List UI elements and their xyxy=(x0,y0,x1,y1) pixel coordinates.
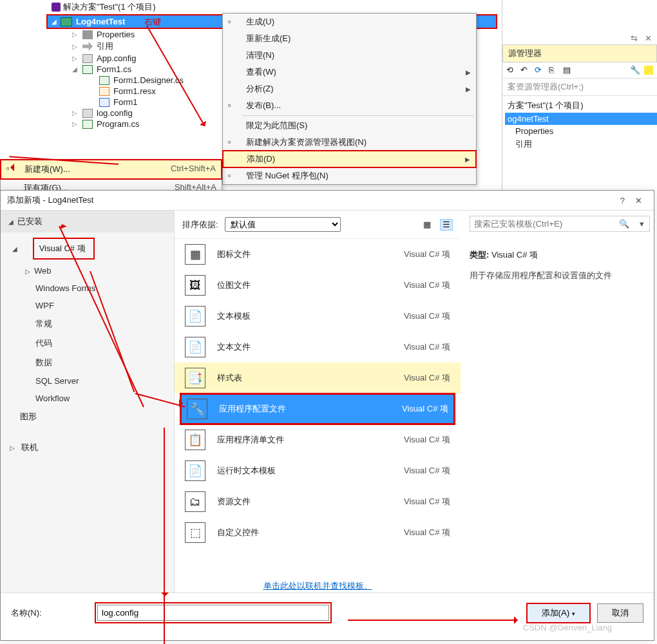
file-icon xyxy=(99,98,110,107)
category-item[interactable]: 常规 xyxy=(1,314,174,334)
category-item[interactable]: 数据 xyxy=(1,353,174,372)
search-templates[interactable]: 🔍 ▾ xyxy=(470,216,650,232)
category-panel: ◢ 已安装 ◢ Visual C# 项 ▷WebWindows FormsWPF… xyxy=(1,211,175,592)
file-icon xyxy=(82,30,93,39)
properties-icon[interactable]: ▤ xyxy=(563,65,573,75)
menu-item[interactable]: ▫新建解决方案资源管理器视图(N) xyxy=(223,134,476,151)
nuget-icon: ▫ xyxy=(228,171,238,181)
app-config-icon: 🔧 xyxy=(187,399,207,419)
solution-header: 解决方案"Test"(1 个项目) xyxy=(0,0,502,14)
dropdown-icon[interactable]: ▾ xyxy=(634,216,649,231)
dialog-footer: 名称(N): 添加(A) ▾ 取消 xyxy=(1,593,654,632)
menu-item[interactable]: ▫管理 NuGet 程序包(N) xyxy=(223,167,476,184)
help-icon[interactable]: ? xyxy=(615,196,630,205)
tree-project-selected[interactable]: og4netTest xyxy=(505,113,657,125)
file-icon xyxy=(82,109,93,118)
explorer-tree: 方案"Test"(1 个项目) og4netTest Properties 引用 xyxy=(502,96,657,151)
custom-ctrl-icon: ⬚ xyxy=(185,522,205,543)
menu-item[interactable]: 查看(W)▶ xyxy=(223,64,476,80)
chevron-right-icon: ▶ xyxy=(465,156,470,163)
explorer-toolbar: ⟲ ↶ ⟳ ⎘ ▤ 🔧 xyxy=(502,62,657,79)
online-header[interactable]: ▷ 联机 xyxy=(1,438,174,457)
chevron-down-icon: ◢ xyxy=(8,218,14,225)
category-item[interactable]: Workflow xyxy=(1,390,174,407)
sort-dropdown[interactable]: 默认值 xyxy=(225,217,341,232)
cancel-button[interactable]: 取消 xyxy=(597,603,643,623)
category-item[interactable]: WPF xyxy=(1,297,174,314)
context-menu: ▫生成(U)重新生成(E)清理(N)查看(W)▶分析(Z)▶▫发布(B)...限… xyxy=(222,13,477,185)
template-item[interactable]: 🗂资源文件Visual C# 项 xyxy=(175,486,461,517)
file-icon xyxy=(82,65,93,74)
category-visual-csharp[interactable]: Visual C# 项 xyxy=(33,238,95,260)
text-file-icon: 📄 xyxy=(185,337,205,357)
template-item[interactable]: 📑样式表Visual C# 项 xyxy=(175,363,461,393)
bitmap-icon: 🖼 xyxy=(185,275,205,296)
tree-references[interactable]: 引用 xyxy=(505,137,657,151)
category-graphics[interactable]: 图形 xyxy=(1,407,174,426)
category-item[interactable]: ▷Web xyxy=(1,262,174,279)
file-icon xyxy=(82,120,93,129)
stylesheet-icon: 📑 xyxy=(185,368,205,388)
tree-solution[interactable]: 方案"Test"(1 个项目) xyxy=(505,99,657,113)
file-icon xyxy=(82,54,93,63)
type-description: 用于存储应用程序配置和设置值的文件 xyxy=(470,270,645,281)
secondary-explorer: ⇆ ✕ 源管理器 ⟲ ↶ ⟳ ⎘ ▤ 🔧 案资源管理器(Ctrl+;) 方案"T… xyxy=(502,32,657,187)
tree-properties[interactable]: Properties xyxy=(505,125,657,137)
template-item[interactable]: ▦图标文件Visual C# 项 xyxy=(175,239,461,270)
menu-item[interactable]: 添加(D)▶ xyxy=(222,150,477,168)
sort-label: 排序依据: xyxy=(182,219,218,231)
explorer-tab[interactable]: 源管理器 xyxy=(502,44,657,62)
window-buttons[interactable]: ⇆ ✕ xyxy=(502,32,657,44)
chevron-down-icon: ◢ xyxy=(12,245,17,252)
refresh-icon[interactable]: ⟳ xyxy=(535,65,545,75)
file-icon xyxy=(99,87,110,96)
close-icon[interactable]: ✕ xyxy=(630,196,647,205)
dialog-titlebar: 添加新项 - Log4netTest ? ✕ xyxy=(1,191,654,210)
chevron-right-icon: ▷ xyxy=(10,444,15,451)
menu-item[interactable]: 重新生成(E) xyxy=(223,30,476,47)
category-item[interactable]: SQL Server xyxy=(1,372,174,390)
highlight-icon[interactable] xyxy=(644,66,653,75)
dialog-title: 添加新项 - Log4netTest xyxy=(7,194,93,206)
runtime-tmpl-icon: 📄 xyxy=(185,460,205,481)
chevron-right-icon: ▶ xyxy=(466,86,471,93)
view-icons-button[interactable]: ▦ xyxy=(421,219,433,231)
name-input[interactable] xyxy=(97,605,329,621)
icon-file-icon: ▦ xyxy=(185,244,205,265)
search-input[interactable] xyxy=(470,216,614,231)
explorer-search[interactable]: 案资源管理器(Ctrl+;) xyxy=(502,79,657,96)
solution-title: 解决方案"Test"(1 个项目) xyxy=(63,1,156,13)
description-panel: 🔍 ▾ 类型: Visual C# 项 用于存储应用程序配置和设置值的文件 xyxy=(461,211,654,592)
menu-item[interactable]: 清理(N) xyxy=(223,47,476,64)
menu-item[interactable]: ▫生成(U) xyxy=(223,14,476,30)
wrench-icon[interactable]: 🔧 xyxy=(630,65,640,75)
copy-icon[interactable]: ⎘ xyxy=(549,65,559,75)
menu-item[interactable]: ▫发布(B)... xyxy=(223,97,476,114)
search-icon[interactable]: 🔍 xyxy=(614,216,634,231)
template-item[interactable]: 📄运行时文本模板Visual C# 项 xyxy=(175,455,461,486)
csharp-project-icon xyxy=(61,17,72,26)
template-panel: 排序依据: 默认值 ▦ ☰ ▦图标文件Visual C# 项🖼位图文件Visua… xyxy=(175,211,461,592)
home-icon[interactable]: ⟲ xyxy=(506,65,517,75)
back-icon[interactable]: ↶ xyxy=(520,65,531,75)
template-item[interactable]: 🔧应用程序配置文件Visual C# 项 xyxy=(180,393,455,425)
installed-header[interactable]: ◢ 已安装 xyxy=(1,211,174,232)
file-icon xyxy=(99,76,110,85)
template-item[interactable]: ⬚自定义控件Visual C# 项 xyxy=(175,517,461,548)
menu-item[interactable]: 限定为此范围(S) xyxy=(223,117,476,134)
template-item[interactable]: 🖼位图文件Visual C# 项 xyxy=(175,270,461,301)
caret-icon: ◢ xyxy=(52,18,57,25)
template-item[interactable]: 📄文本模板Visual C# 项 xyxy=(175,301,461,332)
type-line: 类型: Visual C# 项 xyxy=(470,249,645,261)
template-item[interactable]: 📋应用程序清单文件Visual C# 项 xyxy=(175,424,461,455)
template-item[interactable]: 📄文本文件Visual C# 项 xyxy=(175,332,461,363)
solution-icon xyxy=(52,3,61,12)
submenu-item[interactable]: ▫新建项(W)...Ctrl+Shift+A xyxy=(0,159,222,180)
find-online-link[interactable]: 单击此处以联机并查找模板。 xyxy=(175,574,461,598)
add-button[interactable]: 添加(A) ▾ xyxy=(526,603,591,623)
category-item[interactable]: 代码 xyxy=(1,334,174,353)
build-icon: ▫ xyxy=(228,17,238,27)
manifest-icon: 📋 xyxy=(185,430,205,450)
view-list-button[interactable]: ☰ xyxy=(440,219,453,231)
menu-item[interactable]: 分析(Z)▶ xyxy=(223,80,476,97)
